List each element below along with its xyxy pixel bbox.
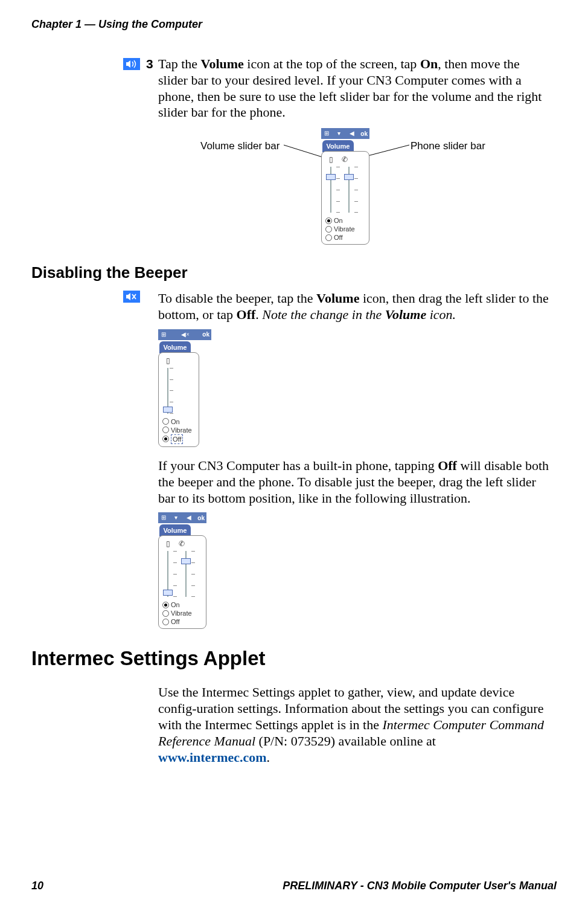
volume-sliders-diagram: Volume slider bar Phone slider bar ⊞ ▾ ◀… [158, 128, 551, 249]
step3-paragraph: Tap the Volume icon at the top of the sc… [158, 56, 551, 121]
ok-button[interactable]: ok [202, 331, 209, 338]
radio-on[interactable] [162, 418, 169, 425]
radio-off[interactable] [162, 619, 169, 625]
radio-off[interactable] [325, 234, 332, 241]
volume-slider[interactable] [165, 368, 171, 414]
phone-slider[interactable] [183, 551, 189, 597]
radio-vibrate-label: Vibrate [334, 225, 355, 233]
t-bold-italic: Volume [385, 307, 426, 322]
volume-slider[interactable] [328, 167, 334, 213]
radio-on-label: On [171, 601, 180, 609]
volume-popup-screenshot: ⊞ ▾ ◀ ok Volume ▯ ✆ [321, 128, 369, 245]
chapter-header: Chapter 1 — Using the Computer [31, 18, 557, 31]
t-bold: Volume [201, 56, 244, 71]
t: . [267, 750, 270, 765]
phone-slider-label: Phone slider bar [411, 140, 485, 152]
sound-muted-icon: ◀× [181, 331, 188, 338]
volume-panel: ▯ On Vibrate Off [158, 352, 199, 447]
radio-off-label: Off [171, 617, 179, 626]
t-bold: Volume [316, 291, 359, 306]
radio-vibrate-label: Vibrate [171, 609, 192, 617]
start-icon: ⊞ [160, 514, 167, 521]
page-number: 10 [31, 880, 43, 892]
volume-off-screenshot: ⊞ ◀× ok Volume ▯ [158, 329, 551, 447]
signal-icon: ▾ [336, 130, 343, 137]
t: If your CN3 Computer has a built-in phon… [158, 458, 438, 473]
t-bold: Off [237, 307, 256, 322]
t: (P/N: 073529) available online at [255, 733, 436, 749]
applet-paragraph: Use the Intermec Settings applet to gath… [158, 684, 551, 765]
volume-mode-radios[interactable]: On Vibrate Off [325, 216, 365, 242]
volume-mode-radios[interactable]: On Vibrate Off [162, 417, 195, 444]
volume-slider-label: Volume slider bar [200, 140, 280, 152]
heading-intermec-settings: Intermec Settings Applet [31, 647, 557, 670]
t: To disable the beeper, tap the [158, 291, 316, 306]
volume-tab: Volume [159, 524, 191, 536]
device-icon: ▯ [166, 356, 170, 365]
phone-ring-icon: ✆ [179, 539, 185, 549]
phone-ring-icon: ✆ [342, 155, 348, 164]
volume-tab: Volume [159, 341, 191, 353]
radio-off-label: Off [334, 233, 342, 242]
speaker-muted-icon [123, 291, 140, 303]
radio-on-label: On [334, 216, 343, 225]
radio-vibrate-label: Vibrate [171, 426, 192, 434]
device-icon: ▯ [166, 539, 170, 549]
radio-off-label: Off [171, 434, 183, 444]
t: icon at the top of the screen, tap [244, 56, 420, 71]
volume-slider-bottom-screenshot: ⊞ ▾ ◀ ok Volume ▯ ✆ [158, 512, 551, 629]
heading-disabling-beeper: Disabling the Beeper [31, 263, 557, 282]
title-bar: ⊞ ▾ ◀ ok [158, 512, 206, 523]
title-bar: ⊞ ◀× ok [158, 329, 211, 340]
device-icon: ▯ [329, 155, 333, 164]
t-italic: Note the change in the [262, 307, 385, 322]
disable-paragraph-1: To disable the beeper, tap the Volume ic… [158, 291, 551, 323]
phone-slider[interactable] [346, 167, 352, 213]
t: Tap the [158, 56, 201, 71]
volume-mode-radios[interactable]: On Vibrate Off [162, 601, 202, 626]
t-bold: On [420, 56, 438, 71]
volume-panel: ▯ ✆ [321, 151, 369, 245]
t: . [255, 307, 262, 322]
radio-on[interactable] [325, 217, 332, 224]
radio-off[interactable] [162, 436, 169, 442]
title-bar: ⊞ ▾ ◀ ok [321, 128, 369, 139]
speaker-on-icon [123, 58, 140, 70]
radio-vibrate[interactable] [162, 427, 169, 433]
volume-slider[interactable] [165, 551, 171, 597]
radio-vibrate[interactable] [325, 226, 332, 233]
footer-title: PRELIMINARY - CN3 Mobile Computer User's… [283, 880, 557, 892]
radio-on[interactable] [162, 602, 169, 608]
sound-icon: ◀ [185, 514, 193, 521]
radio-on-label: On [171, 417, 180, 426]
disable-paragraph-2: If your CN3 Computer has a built-in phon… [158, 458, 551, 506]
volume-tab: Volume [322, 140, 354, 152]
start-icon: ⊞ [160, 331, 167, 338]
start-icon: ⊞ [323, 130, 330, 137]
radio-vibrate[interactable] [162, 610, 169, 617]
intermec-link[interactable]: www.intermec.com [158, 750, 267, 765]
t-bold: Off [438, 458, 457, 473]
ok-button[interactable]: ok [197, 515, 205, 521]
volume-panel: ▯ ✆ [158, 535, 206, 629]
ok-button[interactable]: ok [360, 130, 368, 137]
signal-icon: ▾ [173, 514, 180, 521]
step-number: 3 [146, 57, 153, 71]
sound-icon: ◀ [348, 130, 356, 137]
t-italic: icon. [426, 307, 456, 322]
